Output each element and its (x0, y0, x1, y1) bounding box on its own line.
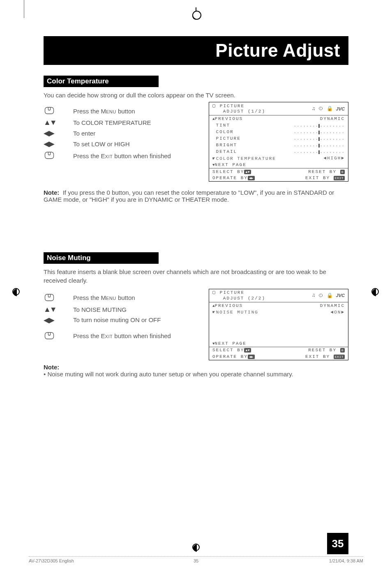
registration-mark-top (196, 7, 196, 16)
step-text: To turn noise muting ON or OFF (73, 316, 161, 323)
step-text: To enter (73, 130, 95, 137)
osd-subtitle: ADJUST (2/2) (223, 296, 265, 301)
note-label: Note: (44, 189, 59, 196)
step-text: To NOISE MUTING (73, 306, 127, 313)
osd-subtitle: ADJUST (1/2) (223, 109, 265, 114)
osd-title: PICTURE (220, 104, 244, 108)
note-body: If you press the 0 button, you can reset… (44, 189, 334, 203)
up-down-icon: ▲▼ (44, 118, 62, 127)
svg-rect-3 (45, 332, 54, 339)
clock-icon: ⏲ (318, 293, 323, 299)
osd-title: PICTURE (220, 290, 244, 295)
music-icon: ♫ (312, 293, 315, 298)
print-footer: AV-27\32D305 English 35 1/21/04, 9:38 AM (29, 556, 363, 563)
music-icon: ♫ (312, 106, 315, 112)
intro-color-temperature: You can decide how strong or dull the co… (44, 91, 348, 99)
page-title: Picture Adjust (44, 36, 348, 65)
jvc-logo: JVC (336, 106, 345, 111)
step-text: To set LOW or HIGH (73, 141, 130, 147)
step-text: Press the Menu button (73, 108, 135, 115)
clock-icon: ⏲ (318, 106, 323, 112)
left-right-icon: ◀ ▶ (44, 129, 62, 138)
note-bullet: • Noise muting will not work during auto… (44, 371, 293, 378)
jvc-logo: JVC (336, 293, 345, 298)
footer-left: AV-27\32D305 English (29, 558, 74, 563)
section-heading-noise-muting: Noise Muting (44, 252, 159, 264)
footer-right: 1/21/04, 9:38 AM (329, 558, 363, 563)
left-right-icon: ◀ ▶ (44, 139, 62, 148)
registration-mark-left (12, 288, 20, 295)
osd-picture-adjust-1: ▢ PICTURE ADJUST (1/2) ♫ ⏲ 🔒 JVC ▲PREVIO… (209, 102, 348, 182)
registration-mark-bottom (192, 544, 200, 551)
step-text: Press the Exit button when finished (73, 332, 171, 339)
press-button-icon (44, 105, 62, 117)
note-label: Note: (44, 364, 59, 371)
step-text: To COLOR TEMPERATURE (73, 119, 151, 126)
footer-mid: 35 (194, 558, 198, 563)
press-button-icon (44, 150, 62, 161)
lock-icon: 🔒 (327, 293, 333, 299)
step-text: Press the Exit button when finished (73, 152, 171, 159)
step-text: Press the Menu button (73, 294, 135, 301)
up-down-icon: ▲▼ (44, 305, 62, 314)
svg-rect-1 (45, 152, 54, 159)
section-heading-color-temperature: Color Temperature (44, 76, 159, 87)
press-button-icon (44, 292, 62, 304)
svg-rect-2 (45, 294, 54, 301)
registration-mark-right (371, 288, 379, 295)
svg-rect-0 (45, 108, 54, 114)
osd-picture-adjust-2: ▢ PICTURE ADJUST (2/2) ♫ ⏲ 🔒 JVC ▲PREVIO… (209, 289, 348, 360)
intro-noise-muting: This feature inserts a blank blue screen… (44, 268, 348, 285)
page-number: 35 (327, 533, 348, 554)
left-right-icon: ◀ ▶ (44, 316, 62, 325)
crop-mark (24, 0, 24, 18)
press-button-icon (44, 330, 62, 342)
lock-icon: 🔒 (327, 106, 333, 112)
